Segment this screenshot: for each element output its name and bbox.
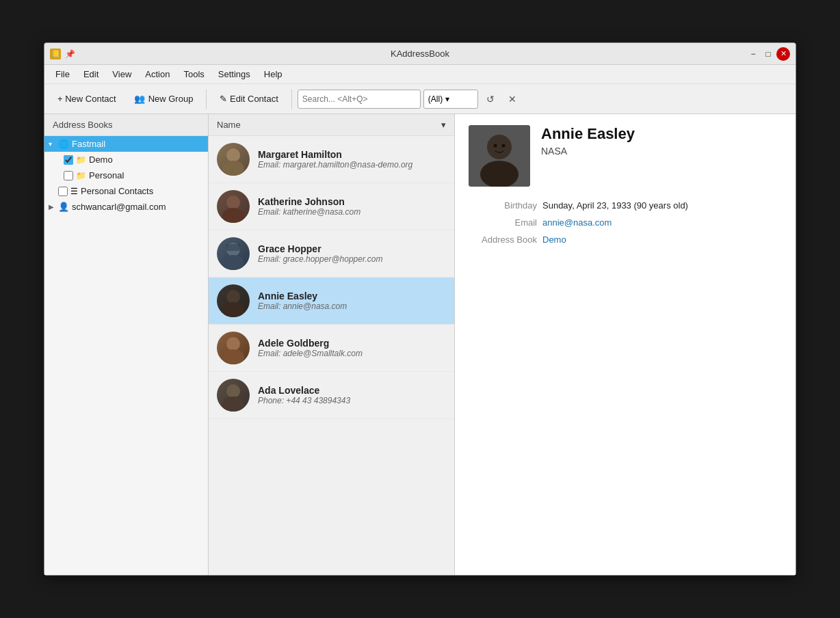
- demo-folder-icon: 📁: [76, 155, 86, 165]
- personal-contacts-checkbox[interactable]: [58, 187, 68, 196]
- contact-info-margaret: Margaret Hamilton Email: margaret.hamilt…: [258, 149, 412, 170]
- title-bar-left: 📒 📌: [50, 49, 75, 59]
- window-title: KAddressBook: [391, 49, 449, 59]
- detail-header: Annie Easley NASA: [469, 125, 782, 187]
- contact-name-katherine: Katherine Johnson: [258, 196, 360, 207]
- menu-settings[interactable]: Settings: [213, 67, 256, 81]
- filter-value: (All): [428, 94, 443, 104]
- undo-button[interactable]: ↺: [481, 90, 500, 109]
- pin-icon: 📌: [65, 49, 75, 59]
- contact-item-annie[interactable]: Annie Easley Email: annie@nasa.com: [209, 278, 454, 325]
- sort-icon[interactable]: ▾: [441, 120, 446, 130]
- edit-contact-button[interactable]: ✎ Edit Contact: [212, 90, 285, 108]
- new-group-label: New Group: [148, 94, 194, 104]
- sidebar-item-gmail-label: schwancarl@gmail.com: [72, 202, 166, 212]
- sidebar-item-personal[interactable]: 📁 Personal: [44, 167, 208, 183]
- menu-tools[interactable]: Tools: [178, 67, 209, 81]
- svg-rect-6: [226, 244, 240, 251]
- avatar-grace-svg: [217, 237, 250, 270]
- avatar-katherine: [217, 190, 250, 223]
- contact-email-annie: Email: annie@nasa.com: [258, 301, 347, 311]
- contact-info-katherine: Katherine Johnson Email: katherine@nasa.…: [258, 196, 360, 217]
- demo-checkbox[interactable]: [64, 155, 73, 165]
- svg-point-16: [494, 144, 497, 148]
- clear-search-button[interactable]: ✕: [503, 90, 522, 109]
- contact-item-ada[interactable]: Ada Lovelace Phone: +44 43 43894343: [209, 372, 454, 419]
- menu-help[interactable]: Help: [259, 67, 288, 81]
- personal-contacts-icon: ☰: [70, 187, 78, 196]
- contact-list-header: Name ▾: [209, 114, 454, 136]
- tree-toggle-gmail: ▶: [49, 203, 58, 211]
- svg-point-12: [222, 397, 244, 412]
- minimize-button[interactable]: −: [746, 47, 760, 61]
- svg-point-8: [222, 302, 244, 317]
- contact-name-grace: Grace Hopper: [258, 243, 383, 254]
- avatar-grace: [217, 237, 250, 270]
- avatar-ada-svg: [217, 379, 250, 412]
- search-box[interactable]: [298, 90, 421, 109]
- sidebar-item-personal-contacts[interactable]: ☰ Personal Contacts: [44, 183, 208, 199]
- avatar-adele-svg: [217, 332, 250, 364]
- detail-row-email: Email annie@nasa.com: [469, 217, 782, 228]
- svg-point-2: [226, 196, 240, 209]
- svg-point-17: [502, 144, 506, 148]
- sidebar-item-fastmail[interactable]: ▾ 🌐 Fastmail: [44, 136, 208, 152]
- personal-checkbox[interactable]: [64, 171, 73, 180]
- contact-name-margaret: Margaret Hamilton: [258, 149, 412, 160]
- contact-email-margaret: Email: margaret.hamilton@nasa-demo.org: [258, 160, 412, 170]
- title-controls: − □ ✕: [746, 47, 790, 61]
- menu-action[interactable]: Action: [140, 67, 175, 81]
- detail-birthday-label: Birthday: [469, 200, 537, 211]
- detail-org: NASA: [541, 146, 635, 157]
- menu-bar: File Edit View Action Tools Settings Hel…: [44, 65, 796, 84]
- detail-row-birthday: Birthday Sunday, April 23, 1933 (90 year…: [469, 200, 782, 211]
- detail-fields: Birthday Sunday, April 23, 1933 (90 year…: [469, 200, 782, 245]
- fastmail-icon: 🌐: [58, 139, 69, 149]
- sidebar-header: Address Books: [44, 114, 208, 136]
- detail-panel: Annie Easley NASA Birthday Sunday, April…: [455, 114, 796, 575]
- toolbar-separator: [206, 90, 207, 109]
- svg-point-5: [222, 255, 244, 270]
- contact-item-margaret[interactable]: Margaret Hamilton Email: margaret.hamilt…: [209, 136, 454, 183]
- contact-item-adele[interactable]: Adele Goldberg Email: adele@Smalltalk.co…: [209, 325, 454, 372]
- sidebar-item-personal-label: Personal: [89, 170, 124, 180]
- new-group-icon: 👥: [134, 94, 145, 104]
- menu-edit[interactable]: Edit: [78, 67, 104, 81]
- detail-name-org: Annie Easley NASA: [541, 125, 635, 157]
- svg-point-11: [226, 384, 240, 398]
- avatar-margaret-svg: [217, 143, 250, 176]
- avatar-annie-svg: [217, 284, 250, 317]
- contact-item-grace[interactable]: Grace Hopper Email: grace.hopper@hopper.…: [209, 230, 454, 278]
- detail-address-book-label: Address Book: [469, 234, 537, 245]
- contact-email-adele: Email: adele@Smalltalk.com: [258, 349, 363, 358]
- sidebar-item-demo-label: Demo: [89, 154, 113, 165]
- svg-point-0: [226, 148, 240, 162]
- avatar-margaret: [217, 143, 250, 176]
- tree-toggle-fastmail: ▾: [49, 140, 58, 148]
- maximize-button[interactable]: □: [761, 47, 775, 61]
- menu-file[interactable]: File: [50, 67, 75, 81]
- sidebar: Address Books ▾ 🌐 Fastmail 📁 Demo 📁 Pers…: [44, 114, 209, 575]
- contact-name-adele: Adele Goldberg: [258, 338, 363, 349]
- chevron-down-icon: ▾: [445, 94, 449, 104]
- detail-avatar-svg: [469, 125, 530, 187]
- app-icon: 📒: [50, 49, 61, 59]
- sidebar-item-gmail[interactable]: ▶ 👤 schwancarl@gmail.com: [44, 199, 208, 215]
- menu-view[interactable]: View: [107, 67, 137, 81]
- detail-email-value[interactable]: annie@nasa.com: [542, 217, 612, 228]
- contact-item-katherine[interactable]: Katherine Johnson Email: katherine@nasa.…: [209, 183, 454, 230]
- new-group-button[interactable]: 👥 New Group: [127, 90, 201, 108]
- close-button[interactable]: ✕: [776, 47, 790, 61]
- contact-email-katherine: Email: katherine@nasa.com: [258, 207, 360, 217]
- search-input[interactable]: [302, 94, 416, 104]
- svg-point-9: [226, 337, 240, 351]
- title-bar: 📒 📌 KAddressBook − □ ✕: [44, 43, 796, 65]
- svg-point-1: [222, 161, 244, 176]
- main-content: Address Books ▾ 🌐 Fastmail 📁 Demo 📁 Pers…: [44, 114, 796, 575]
- contact-email-ada: Phone: +44 43 43894343: [258, 396, 350, 405]
- detail-birthday-value: Sunday, April 23, 1933 (90 years old): [542, 200, 688, 211]
- filter-dropdown[interactable]: (All) ▾: [423, 90, 478, 109]
- contact-info-grace: Grace Hopper Email: grace.hopper@hopper.…: [258, 243, 383, 264]
- sidebar-item-demo[interactable]: 📁 Demo: [44, 152, 208, 167]
- new-contact-button[interactable]: + New Contact: [50, 90, 124, 108]
